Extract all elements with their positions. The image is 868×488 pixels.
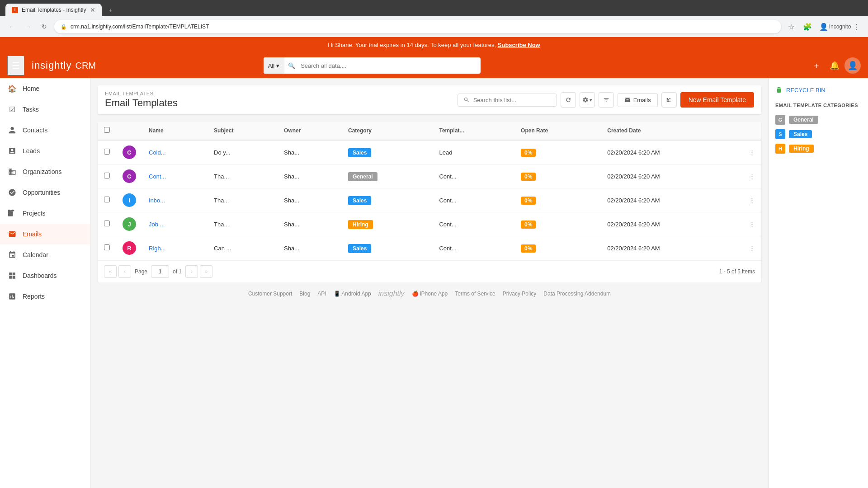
sidebar-label-calendar: Calendar	[23, 251, 48, 258]
address-bar[interactable]: 🔒 crm.na1.insightly.com/list/EmailTempla…	[54, 20, 781, 33]
user-avatar-button[interactable]: 👤	[844, 57, 861, 74]
logo-area: insightly CRM	[32, 60, 96, 71]
row-open-rate-cell: 0%	[514, 236, 601, 260]
last-page-button[interactable]: »	[200, 265, 212, 278]
browser-toolbar: ← → ↻ 🔒 crm.na1.insightly.com/list/Email…	[0, 16, 868, 37]
row-checkbox[interactable]	[104, 221, 110, 226]
row-checkbox-cell	[98, 140, 116, 164]
bookmark-icon[interactable]: ☆	[785, 20, 797, 33]
refresh-button[interactable]: ↻	[38, 20, 51, 33]
category-item[interactable]: G General	[775, 113, 862, 127]
prev-page-button[interactable]: ‹	[118, 265, 131, 278]
notifications-button[interactable]: 🔔	[826, 57, 843, 74]
sidebar-label-home: Home	[23, 85, 39, 92]
footer-privacy[interactable]: Privacy Policy	[503, 291, 537, 297]
list-search[interactable]	[458, 94, 557, 107]
sidebar-item-leads[interactable]: Leads	[0, 141, 90, 161]
incognito-label: Incognito	[834, 20, 846, 33]
select-all-header	[98, 122, 116, 140]
footer: Customer Support Blog API 📱 Android App …	[98, 282, 761, 305]
sidebar-label-emails: Emails	[23, 230, 42, 238]
row-avatar: R	[123, 241, 136, 255]
first-page-button[interactable]: «	[104, 265, 117, 278]
category-tag: Sales	[789, 130, 812, 138]
row-name-link[interactable]: Job ...	[149, 221, 165, 228]
category-letter: S	[775, 129, 785, 139]
row-open-rate-badge: 0%	[521, 173, 536, 181]
sidebar-item-organizations[interactable]: Organizations	[0, 161, 90, 182]
new-email-template-button[interactable]: New Email Template	[680, 92, 754, 108]
row-name-link[interactable]: Righ...	[149, 245, 166, 252]
search-icon: 🔍	[284, 62, 295, 69]
footer-android-app[interactable]: 📱 Android App	[334, 291, 371, 297]
tab-close-button[interactable]: ✕	[90, 6, 95, 14]
row-name-link[interactable]: Inbo...	[149, 197, 165, 204]
profile-icon[interactable]: 👤	[817, 20, 830, 33]
row-checkbox[interactable]	[104, 149, 110, 155]
row-checkbox[interactable]	[104, 173, 110, 178]
row-category-cell: Sales	[342, 188, 433, 212]
row-checkbox[interactable]	[104, 197, 110, 202]
sidebar-item-projects[interactable]: Projects	[0, 203, 90, 224]
footer-iphone-app[interactable]: 🍎 iPhone App	[412, 291, 448, 297]
settings-button[interactable]: ▾	[580, 92, 595, 108]
emails-dropdown-button[interactable]: Emails	[618, 93, 658, 107]
sidebar-item-reports[interactable]: Reports	[0, 286, 90, 307]
sidebar-item-opportunities[interactable]: Opportunities	[0, 182, 90, 203]
tasks-icon: ☑	[7, 104, 17, 114]
menu-icon[interactable]: ⋮	[850, 20, 863, 33]
browser-tabs: i Email Templates - Insightly ✕ +	[5, 4, 863, 16]
extensions-icon[interactable]: 🧩	[801, 20, 814, 33]
footer-api[interactable]: API	[317, 291, 326, 297]
dashboards-icon	[7, 271, 17, 281]
row-actions-button[interactable]: ⋮	[743, 164, 761, 188]
forward-button[interactable]: →	[22, 20, 34, 33]
list-search-input[interactable]	[473, 97, 551, 103]
row-actions-button[interactable]: ⋮	[743, 236, 761, 260]
footer-data-processing[interactable]: Data Processing Addendum	[543, 291, 611, 297]
filter-button[interactable]	[599, 92, 614, 108]
crm-label: CRM	[75, 61, 96, 71]
row-actions-button[interactable]: ⋮	[743, 188, 761, 212]
category-item[interactable]: S Sales	[775, 127, 862, 141]
row-actions-button[interactable]: ⋮	[743, 140, 761, 164]
tab-title: Email Templates - Insightly	[22, 7, 86, 13]
subscribe-link[interactable]: Subscribe Now	[498, 42, 540, 48]
row-name-link[interactable]: Cold...	[149, 149, 166, 156]
refresh-list-button[interactable]	[561, 92, 576, 108]
trial-banner: Hi Shane. Your trial expires in 14 days.…	[0, 37, 868, 53]
row-checkbox[interactable]	[104, 244, 110, 250]
table-row: C Cont... Tha... Sha... General Cont... …	[98, 164, 761, 188]
search-type-dropdown[interactable]: All ▾	[264, 57, 284, 74]
sidebar-item-contacts[interactable]: Contacts	[0, 120, 90, 141]
page-number-input[interactable]	[151, 265, 169, 278]
row-open-rate-cell: 0%	[514, 212, 601, 236]
recycle-bin-link[interactable]: RECYCLE BIN	[775, 84, 862, 95]
row-name-cell: Cold...	[142, 140, 208, 164]
sidebar-label-reports: Reports	[23, 293, 45, 300]
sidebar-item-dashboards[interactable]: Dashboards	[0, 265, 90, 286]
next-page-button[interactable]: ›	[185, 265, 198, 278]
global-search-input[interactable]	[295, 62, 481, 69]
select-all-checkbox[interactable]	[104, 127, 110, 133]
main-content: EMAIL TEMPLATES Email Templates	[90, 78, 769, 488]
new-tab-button[interactable]: +	[103, 5, 118, 16]
sidebar-item-emails[interactable]: Emails	[0, 224, 90, 244]
hamburger-button[interactable]: ☰	[7, 56, 24, 75]
active-tab[interactable]: i Email Templates - Insightly ✕	[5, 4, 102, 16]
row-template-cell: Cont...	[433, 164, 514, 188]
footer-blog[interactable]: Blog	[299, 291, 310, 297]
footer-terms[interactable]: Terms of Service	[455, 291, 495, 297]
add-button[interactable]: ＋	[808, 57, 825, 74]
address-text: crm.na1.insightly.com/list/EmailTemplate…	[71, 23, 775, 30]
sidebar-item-home[interactable]: 🏠 Home	[0, 78, 90, 99]
row-actions-button[interactable]: ⋮	[743, 212, 761, 236]
row-name-link[interactable]: Cont...	[149, 173, 166, 180]
sidebar-item-tasks[interactable]: ☑ Tasks	[0, 99, 90, 120]
open-rate-column-header: Open Rate	[514, 122, 601, 140]
category-item[interactable]: H Hiring	[775, 141, 862, 156]
back-button[interactable]: ←	[5, 20, 18, 33]
footer-customer-support[interactable]: Customer Support	[248, 291, 292, 297]
column-chooser-button[interactable]	[661, 92, 677, 108]
sidebar-item-calendar[interactable]: Calendar	[0, 244, 90, 265]
